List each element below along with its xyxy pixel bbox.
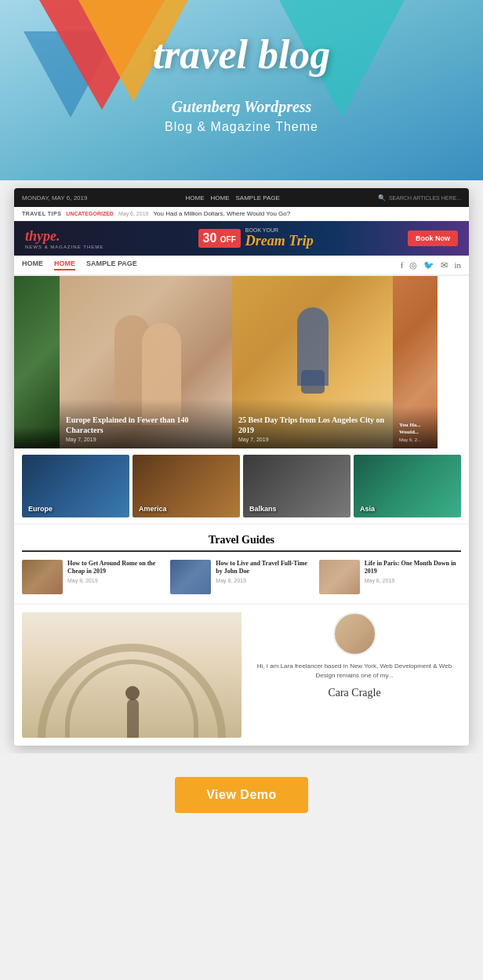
- author-avatar: [333, 612, 376, 655]
- cat-asia-label: Asia: [360, 505, 375, 513]
- guide-1-title: How to Get Around Rome on the Cheap in 2…: [67, 560, 164, 576]
- author-signature: Cara Cragle: [328, 687, 380, 699]
- slide-4-date: May 6, 2...: [399, 437, 431, 442]
- instagram-icon[interactable]: ◎: [409, 260, 417, 270]
- guide-1[interactable]: How to Get Around Rome on the Cheap in 2…: [22, 560, 164, 594]
- topbar-date: MONDAY, MAY 6, 2019: [22, 194, 87, 201]
- guide-2-thumb: [170, 560, 211, 594]
- cat-america[interactable]: America: [133, 455, 240, 517]
- guide-3-title: Life in Paris: One Month Down in 2019: [365, 560, 461, 576]
- hero-subtitle-blog: Blog & Magazine Theme: [0, 120, 483, 134]
- hero-subtitle-wp: Gutenberg Wordpress: [0, 98, 483, 116]
- topbar-sample[interactable]: SAMPLE PAGE: [236, 194, 280, 201]
- linkedin-icon[interactable]: in: [454, 260, 461, 270]
- cat-america-label: America: [139, 505, 167, 513]
- slide-2-title: Europe Explained in Fewer than 140 Chara…: [66, 415, 226, 435]
- nav-links: HOME HOME SAMPLE PAGE: [22, 260, 137, 270]
- guide-3-date: May 8, 2019: [365, 578, 461, 583]
- nav-sample[interactable]: SAMPLE PAGE: [86, 260, 137, 270]
- brand-area: thype. NEWS & MAGAZINE THEME: [25, 228, 104, 249]
- top-bar: MONDAY, MAY 6, 2019 HOME HOME SAMPLE PAG…: [14, 188, 469, 207]
- slide-4-title: You Ha... Would...: [399, 422, 431, 436]
- browser-frame: MONDAY, MAY 6, 2019 HOME HOME SAMPLE PAG…: [14, 188, 469, 746]
- cat-europe-label: Europe: [28, 505, 53, 513]
- travel-guides-section: Travel Guides How to Get Around Rome on …: [14, 524, 469, 604]
- search-placeholder: SEARCH ARTICLES HERE...: [389, 195, 461, 201]
- ad-text: BOOK YOUR Dream Trip: [245, 227, 314, 249]
- colosseum-photo: [22, 612, 242, 738]
- guide-1-thumb: [22, 560, 63, 594]
- ad-discount: 30 OFF: [198, 229, 241, 248]
- slide-3[interactable]: 25 Best Day Trips from Los Angeles City …: [232, 276, 393, 448]
- ad-trip-text: Dream Trip: [245, 233, 314, 249]
- brand-tagline: NEWS & MAGAZINE THEME: [25, 245, 104, 249]
- email-icon[interactable]: ✉: [441, 260, 448, 270]
- facebook-icon[interactable]: f: [401, 260, 404, 270]
- social-icons: f ◎ 🐦 ✉ in: [401, 260, 461, 270]
- category-grid: Europe America Balkans Asia: [14, 448, 469, 524]
- guide-2-date: May 8, 2019: [216, 578, 312, 583]
- discount-number: 30: [203, 231, 217, 245]
- author-box: Hi, I am Lara freelancer based in New Yo…: [248, 612, 461, 738]
- breaking-news-bar: TRAVEL TIPS UNCATEGORIZED May 6, 2019 Yo…: [14, 207, 469, 221]
- guide-3[interactable]: Life in Paris: One Month Down in 2019 Ma…: [319, 560, 461, 594]
- slide-4[interactable]: You Ha... Would... May 6, 2...: [393, 276, 438, 448]
- guide-2[interactable]: How to Live and Travel Full-Time by John…: [170, 560, 312, 594]
- slide-1-overlay: [14, 426, 60, 448]
- topbar-home[interactable]: HOME: [186, 194, 205, 201]
- nav-home-active[interactable]: HOME: [54, 260, 75, 270]
- view-demo-section: View Demo: [0, 753, 483, 837]
- ad-book-text: BOOK YOUR: [245, 227, 314, 233]
- cat-balkans-label: Balkans: [249, 505, 277, 513]
- ad-content: 30 OFF BOOK YOUR Dream Trip: [198, 227, 314, 249]
- view-demo-button[interactable]: View Demo: [175, 777, 308, 813]
- hero-header: travel blog Gutenberg Wordpress Blog & M…: [0, 0, 483, 180]
- slide-4-overlay: You Ha... Would... May 6, 2...: [393, 406, 438, 448]
- bottom-section: Hi, I am Lara freelancer based in New Yo…: [14, 604, 469, 746]
- topbar-nav[interactable]: HOME HOME SAMPLE PAGE: [186, 194, 280, 201]
- ad-banner: thype. NEWS & MAGAZINE THEME 30 OFF BOOK…: [14, 221, 469, 256]
- nav-home[interactable]: HOME: [22, 260, 43, 270]
- cat-asia[interactable]: Asia: [354, 455, 461, 517]
- breaking-category[interactable]: UNCATEGORIZED: [66, 211, 114, 216]
- twitter-icon[interactable]: 🐦: [423, 260, 434, 270]
- slide-2[interactable]: Europe Explained in Fewer than 140 Chara…: [60, 276, 232, 448]
- topbar-search[interactable]: 🔍 SEARCH ARTICLES HERE...: [378, 194, 461, 201]
- ad-off: OFF: [220, 235, 236, 244]
- site-nav: HOME HOME SAMPLE PAGE f ◎ 🐦 ✉ in: [14, 256, 469, 276]
- breaking-label: TRAVEL TIPS: [22, 211, 61, 216]
- guides-grid: How to Get Around Rome on the Cheap in 2…: [22, 560, 461, 594]
- cat-balkans[interactable]: Balkans: [243, 455, 350, 517]
- brand-logo[interactable]: thype.: [25, 228, 104, 245]
- slide-3-title: 25 Best Day Trips from Los Angeles City …: [238, 415, 387, 435]
- slide-3-overlay: 25 Best Day Trips from Los Angeles City …: [232, 399, 393, 448]
- guide-2-text: How to Live and Travel Full-Time by John…: [216, 560, 312, 583]
- slide-2-date: May 7, 2019: [66, 437, 226, 442]
- slide-1[interactable]: [14, 276, 60, 448]
- guide-3-text: Life in Paris: One Month Down in 2019 Ma…: [365, 560, 461, 583]
- search-icon[interactable]: 🔍: [378, 194, 386, 201]
- slide-2-overlay: Europe Explained in Fewer than 140 Chara…: [60, 399, 232, 448]
- travel-guides-title: Travel Guides: [22, 534, 461, 552]
- hero-title: travel blog: [0, 31, 483, 78]
- author-bio: Hi, I am Lara freelancer based in New Yo…: [248, 662, 461, 681]
- guide-1-date: May 8, 2019: [67, 578, 164, 583]
- guide-1-text: How to Get Around Rome on the Cheap in 2…: [67, 560, 164, 583]
- ad-book-button[interactable]: Book Now: [408, 230, 458, 246]
- guide-3-thumb: [319, 560, 360, 594]
- cat-europe[interactable]: Europe: [22, 455, 129, 517]
- topbar-home2[interactable]: HOME: [211, 194, 230, 201]
- hero-slider: Europe Explained in Fewer than 140 Chara…: [14, 276, 469, 448]
- breaking-text: You Had a Million Dollars, Where Would Y…: [153, 210, 290, 217]
- slide-3-date: May 7, 2019: [238, 437, 387, 442]
- breaking-date: May 6, 2019: [118, 211, 149, 216]
- guide-2-title: How to Live and Travel Full-Time by John…: [216, 560, 312, 576]
